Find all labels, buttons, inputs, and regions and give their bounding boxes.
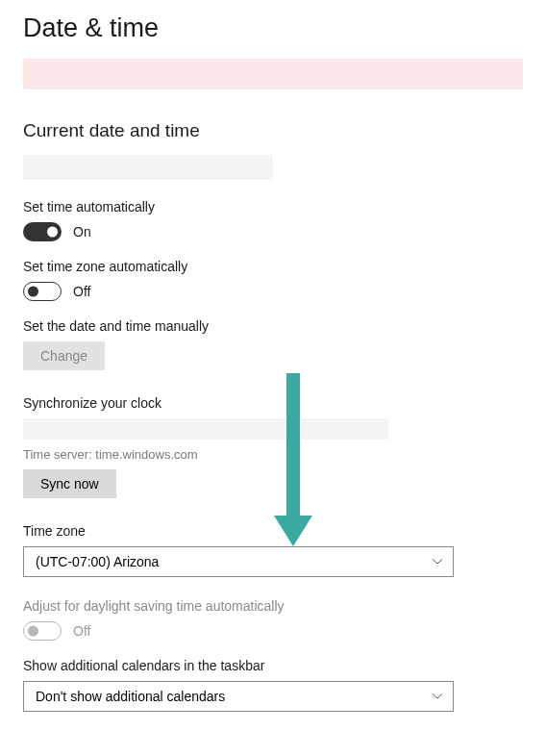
toggle-set-time-auto-state: On bbox=[73, 224, 91, 239]
chevron-down-icon bbox=[432, 691, 443, 702]
toggle-set-zone-auto[interactable] bbox=[23, 282, 62, 301]
chevron-down-icon bbox=[432, 556, 443, 567]
label-set-manual: Set the date and time manually bbox=[23, 318, 523, 334]
additional-calendars-value: Don't show additional calendars bbox=[36, 689, 225, 704]
time-zone-select[interactable]: (UTC-07:00) Arizona bbox=[23, 546, 454, 577]
redacted-banner bbox=[23, 59, 523, 89]
label-dst: Adjust for daylight saving time automati… bbox=[23, 598, 523, 614]
toggle-dst-state: Off bbox=[73, 623, 90, 639]
change-button[interactable]: Change bbox=[23, 341, 105, 370]
section-current-date-time: Current date and time bbox=[23, 120, 523, 141]
toggle-set-zone-auto-state: Off bbox=[73, 284, 90, 299]
label-time-zone: Time zone bbox=[23, 523, 523, 539]
label-set-zone-auto: Set time zone automatically bbox=[23, 259, 523, 274]
redacted-date-time bbox=[23, 155, 273, 180]
time-zone-value: (UTC-07:00) Arizona bbox=[36, 554, 159, 569]
toggle-dst bbox=[23, 621, 62, 641]
additional-calendars-select[interactable]: Don't show additional calendars bbox=[23, 681, 454, 712]
label-additional-calendars: Show additional calendars in the taskbar bbox=[23, 658, 523, 673]
label-sync-clock: Synchronize your clock bbox=[23, 395, 523, 411]
time-server-text: Time server: time.windows.com bbox=[23, 447, 523, 462]
label-set-time-auto: Set time automatically bbox=[23, 199, 523, 214]
page-title: Date & time bbox=[23, 13, 523, 43]
redacted-sync-info bbox=[23, 418, 388, 440]
toggle-set-time-auto[interactable] bbox=[23, 222, 62, 241]
sync-now-button[interactable]: Sync now bbox=[23, 469, 116, 498]
